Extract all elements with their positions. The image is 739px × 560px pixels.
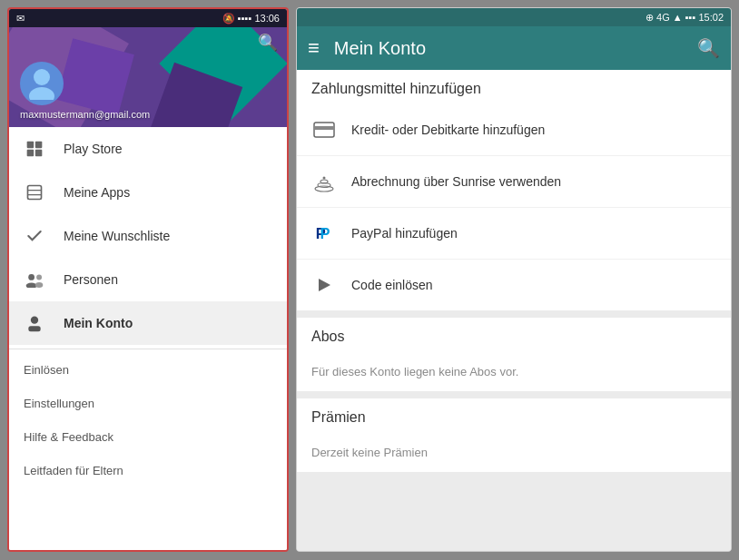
status-bar-right: ⊕ 4G ▲ ▪▪▪ 15:02 [297,8,731,26]
mein-konto-icon [24,312,45,334]
svg-point-17 [315,186,333,192]
play-store-label: Play Store [64,142,123,156]
right-phone: ⊕ 4G ▲ ▪▪▪ 15:02 ≡ Mein Konto 🔍 Zahlungs… [296,7,732,552]
payment-item-sunrise[interactable]: Abrechnung über Sunrise verwenden [297,156,731,208]
avatar[interactable] [20,62,64,105]
svg-point-12 [35,282,43,288]
code-play-icon [311,272,337,298]
toolbar-search-icon[interactable]: 🔍 [697,37,720,59]
avatar-icon [24,64,60,104]
status-left-mail-icon: ✉ [16,13,25,25]
wunschliste-label: Meine Wunschliste [64,229,170,243]
nav-list: Play Store Meine Apps [9,127,287,550]
svg-rect-14 [28,326,40,331]
abos-content: Für dieses Konto liegen keine Abos vor. [297,352,731,391]
wunschliste-icon [24,225,45,247]
svg-point-13 [31,317,38,324]
svg-rect-6 [28,186,42,200]
right-content: Zahlungsmittel hinzufügen Kredit- oder D… [297,70,731,551]
abos-header: Abos [297,318,731,352]
left-phone: ✉ 🔕 ▪▪▪▪ 13:06 🔍 maxmustermann@ [7,7,289,552]
meine-apps-label: Meine Apps [64,185,130,200]
paypal-icon: P P [311,221,337,246]
svg-point-20 [323,177,326,180]
user-email: maxmustermann@gmail.com [20,109,150,120]
menu-icon[interactable]: ≡ [308,36,320,60]
praemien-content: Derzeit keine Prämien [297,433,731,472]
payment-item-credit[interactable]: Kredit- oder Debitkarte hinzufügen [297,104,731,156]
sidebar-item-wunschliste[interactable]: Meine Wunschliste [9,214,287,258]
nav-footer-einstellungen[interactable]: Einstellungen [9,387,287,420]
code-text: Code einlösen [351,277,433,293]
svg-point-1 [29,87,54,100]
toolbar-title: Mein Konto [334,38,683,59]
svg-rect-2 [27,142,34,149]
payment-section-card: Zahlungsmittel hinzufügen Kredit- oder D… [297,70,731,310]
meine-apps-icon [24,182,45,203]
sidebar-item-meine-apps[interactable]: Meine Apps [9,171,287,214]
credit-card-text: Kredit- oder Debitkarte hinzufügen [351,122,545,138]
praemien-card: Prämien Derzeit keine Prämien [297,398,731,472]
svg-point-10 [26,282,37,288]
right-toolbar: ≡ Mein Konto 🔍 [297,26,731,70]
praemien-header: Prämien [297,398,731,433]
sunrise-icon [311,169,337,194]
play-store-icon [24,138,45,160]
sunrise-text: Abrechnung über Sunrise verwenden [351,173,561,190]
payment-section-header: Zahlungsmittel hinzufügen [297,70,731,104]
personen-icon [24,269,45,290]
svg-text:P: P [320,225,330,241]
sidebar-item-play-store[interactable]: Play Store [9,127,287,171]
sidebar-item-personen[interactable]: Personen [9,258,287,301]
header-search-icon[interactable]: 🔍 [258,33,278,53]
svg-marker-23 [319,279,330,291]
svg-point-11 [36,275,42,280]
abos-card: Abos Für dieses Konto liegen keine Abos … [297,318,731,391]
status-right-icons: ⊕ 4G ▲ ▪▪▪ 15:02 [645,12,724,24]
credit-card-icon [311,117,337,142]
svg-rect-3 [35,142,43,149]
status-bar-left: ✉ 🔕 ▪▪▪▪ 13:06 [9,9,287,27]
svg-point-9 [28,274,34,280]
personen-label: Personen [64,272,118,287]
praemien-section: Prämien Derzeit keine Prämien [297,398,731,472]
left-header: 🔍 maxmustermann@gmail.com [9,27,287,127]
payment-item-code[interactable]: Code einlösen [297,260,731,310]
sidebar-item-mein-konto[interactable]: Mein Konto [9,301,287,345]
payment-item-paypal[interactable]: P P PayPal hinzufügen [297,208,731,260]
paypal-text: PayPal hinzufügen [351,225,458,241]
mein-konto-label: Mein Konto [64,316,133,330]
nav-divider [9,349,287,349]
svg-point-0 [34,69,50,85]
svg-rect-4 [27,150,34,157]
nav-footer-hilfe[interactable]: Hilfe & Feedback [9,420,287,454]
svg-rect-16 [314,126,334,130]
nav-footer-einloesen[interactable]: Einlösen [9,353,287,387]
header-content: maxmustermann@gmail.com [20,62,150,120]
nav-footer-leitfaden[interactable]: Leitfaden für Eltern [9,454,287,487]
svg-rect-5 [35,150,43,157]
abos-section: Abos Für dieses Konto liegen keine Abos … [297,318,731,391]
status-left-right-icons: 🔕 ▪▪▪▪ 13:06 [222,13,280,25]
